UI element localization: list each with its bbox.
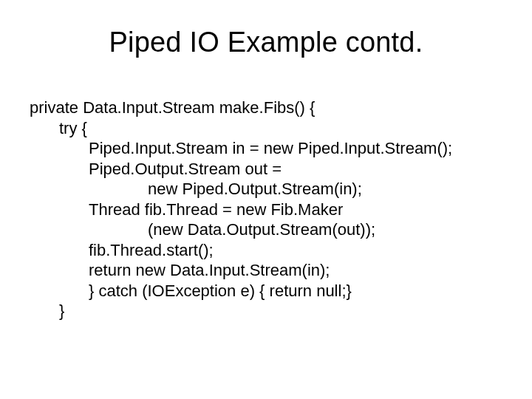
- code-line: (new Data.Output.Stream(out));: [30, 219, 502, 240]
- code-line: Piped.Input.Stream in = new Piped.Input.…: [30, 138, 502, 159]
- code-line: Piped.Output.Stream out =: [30, 159, 502, 180]
- code-line: try {: [30, 118, 502, 139]
- slide: Piped IO Example contd. private Data.Inp…: [0, 0, 532, 399]
- code-line: new Piped.Output.Stream(in);: [30, 179, 502, 200]
- code-line: }: [30, 301, 502, 321]
- code-line: fib.Thread.start();: [30, 240, 502, 261]
- code-line: Thread fib.Thread = new Fib.Maker: [30, 200, 502, 220]
- code-block: private Data.Input.Stream make.Fibs() { …: [30, 98, 502, 321]
- slide-title: Piped IO Example contd.: [0, 27, 532, 58]
- code-line: } catch (IOException e) { return null;}: [30, 281, 502, 301]
- code-line: return new Data.Input.Stream(in);: [30, 260, 502, 281]
- code-line: private Data.Input.Stream make.Fibs() {: [30, 98, 502, 118]
